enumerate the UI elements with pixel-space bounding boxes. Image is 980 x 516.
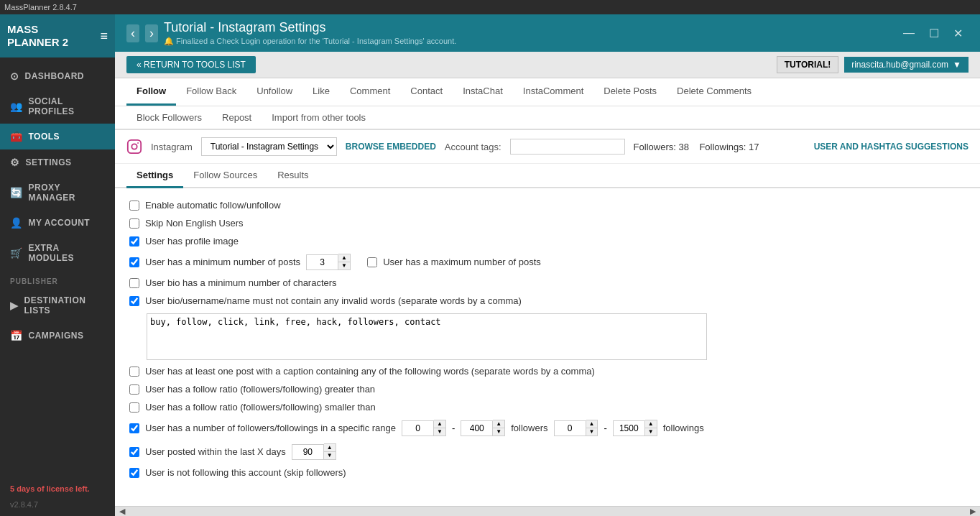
followings-min-input[interactable] — [554, 420, 586, 436]
followings-max-spinner-controls: ▲ ▼ — [645, 420, 657, 436]
user-has-profile-image-checkbox[interactable] — [129, 236, 139, 247]
followers-max-input[interactable] — [461, 420, 493, 436]
sub-tab-results[interactable]: Results — [267, 164, 318, 188]
account-select[interactable]: Tutorial - Instagram Settings — [201, 137, 337, 156]
tab-delete-comments[interactable]: Delete Comments — [667, 78, 762, 106]
tab-contact[interactable]: Contact — [400, 78, 453, 106]
followers-max-down-button[interactable]: ▼ — [493, 428, 504, 436]
header-title-area: Tutorial - Instagram Settings 🔔 Finalize… — [164, 20, 456, 46]
tab-follow-back[interactable]: Follow Back — [176, 78, 246, 106]
followings-max-up-button[interactable]: ▲ — [645, 420, 657, 428]
forward-nav-icon[interactable]: › — [145, 24, 158, 42]
tab-repost[interactable]: Repost — [212, 106, 262, 129]
user-at-least-one-post-checkbox[interactable] — [129, 367, 139, 377]
account-dropdown-button[interactable]: rinascita.hub@gmail.com ▼ — [844, 57, 969, 73]
user-max-posts-checkbox[interactable] — [367, 257, 377, 267]
minimize-button[interactable]: — — [897, 25, 920, 41]
back-nav-icon[interactable]: ‹ — [126, 24, 139, 42]
user-min-posts-down-button[interactable]: ▼ — [338, 262, 350, 269]
tab-instacomment[interactable]: InstaComment — [513, 78, 594, 106]
user-min-posts-up-button[interactable]: ▲ — [338, 254, 350, 262]
tab-delete-posts[interactable]: Delete Posts — [593, 78, 667, 106]
settings-content: Enable automatic follow/unfollow Skip No… — [115, 188, 980, 506]
user-bio-min-chars-checkbox[interactable] — [129, 278, 139, 288]
license-text: 5 days of license left. — [0, 477, 115, 500]
tab-follow[interactable]: Follow — [126, 78, 176, 106]
user-bio-invalid-words-checkbox[interactable] — [129, 296, 139, 306]
close-button[interactable]: ✕ — [948, 25, 969, 42]
followers-min-spinner-controls: ▲ ▼ — [434, 420, 446, 436]
user-min-posts-checkbox[interactable] — [129, 257, 139, 267]
sidebar-item-tools[interactable]: 🧰 TOOLS — [0, 124, 115, 149]
followings-max-input[interactable] — [613, 420, 645, 436]
scroll-left-arrow[interactable]: ◀ — [115, 507, 129, 516]
tab-like[interactable]: Like — [302, 78, 340, 106]
skip-non-english-checkbox[interactable] — [129, 218, 139, 229]
maximize-button[interactable]: ☐ — [923, 25, 945, 42]
sidebar-item-extra-modules[interactable]: 🛒 EXTRA MODULES — [0, 236, 115, 270]
sidebar-item-destination-lists[interactable]: ▶ DESTINATION LISTS — [0, 288, 115, 323]
tab-block-followers[interactable]: Block Followers — [126, 106, 212, 129]
svg-point-1 — [131, 144, 137, 149]
sidebar-item-dashboard[interactable]: ⊙ DASHBOARD — [0, 63, 115, 89]
followings-min-spinner-controls: ▲ ▼ — [586, 420, 598, 436]
user-follow-ratio-greater-checkbox[interactable] — [129, 384, 139, 395]
followers-min-up-button[interactable]: ▲ — [434, 420, 445, 428]
enable-auto-follow-checkbox[interactable] — [129, 201, 139, 211]
user-posted-days-down-button[interactable]: ▼ — [324, 452, 336, 459]
user-follow-ratio-smaller-checkbox[interactable] — [129, 402, 139, 413]
svg-rect-0 — [128, 140, 141, 153]
user-has-profile-image-row: User has profile image — [129, 236, 966, 247]
scroll-right-arrow[interactable]: ▶ — [966, 507, 980, 516]
account-icon: 👤 — [10, 217, 23, 229]
sidebar-item-proxy-manager[interactable]: 🔄 PROXY MANAGER — [0, 175, 115, 210]
followers-max-up-button[interactable]: ▲ — [493, 420, 504, 428]
user-min-posts-label: User has a minimum number of posts — [145, 257, 300, 267]
title-bar-text: MassPlanner 2.8.4.7 — [4, 3, 77, 11]
user-not-following-checkbox[interactable] — [129, 468, 139, 478]
followings-min-down-button[interactable]: ▼ — [586, 428, 598, 436]
user-posted-days-input[interactable] — [292, 444, 324, 460]
followers-max-spinner-controls: ▲ ▼ — [493, 420, 505, 436]
followings-min-up-button[interactable]: ▲ — [586, 420, 598, 428]
sidebar-logo-text: MASS PLANNER 2 — [7, 23, 68, 49]
user-min-posts-spinner-controls: ▲ ▼ — [338, 254, 351, 270]
user-max-posts-label: User has a maximum number of posts — [383, 257, 541, 267]
sub-tab-settings[interactable]: Settings — [126, 164, 183, 188]
tab-comment[interactable]: Comment — [340, 78, 400, 106]
user-posted-days-up-button[interactable]: ▲ — [324, 444, 336, 452]
header-subtitle: 🔔 Finalized a Check Login operation for … — [164, 37, 456, 46]
user-posted-last-x-days-label: User posted within the last X days — [145, 446, 286, 457]
sidebar-item-my-account[interactable]: 👤 MY ACCOUNT — [0, 210, 115, 236]
browse-embedded-button[interactable]: BROWSE EMBEDDED — [346, 142, 436, 152]
followers-min-input[interactable] — [402, 420, 434, 436]
dropdown-chevron-icon: ▼ — [953, 60, 961, 70]
sidebar-item-social-profiles[interactable]: 👥 SOCIAL PROFILES — [0, 89, 115, 124]
user-follow-ratio-smaller-row: User has a follow ratio (followers/follo… — [129, 402, 966, 413]
campaigns-icon: 📅 — [10, 330, 23, 341]
sidebar-item-settings[interactable]: ⚙ SETTINGS — [0, 149, 115, 175]
sub-tab-follow-sources[interactable]: Follow Sources — [183, 164, 267, 188]
user-followers-range-checkbox[interactable] — [129, 423, 139, 433]
user-min-posts-row: User has a minimum number of posts ▲ ▼ U… — [129, 254, 966, 270]
followings-max-down-button[interactable]: ▼ — [645, 428, 657, 436]
enable-auto-follow-row: Enable automatic follow/unfollow — [129, 200, 966, 211]
tutorial-button[interactable]: TUTORIAL! — [777, 56, 838, 73]
account-tags-input[interactable] — [510, 139, 625, 155]
tab-instachat[interactable]: InstaChat — [453, 78, 513, 106]
followers-info: Followers: 38 Followings: 17 — [634, 142, 759, 152]
return-to-tools-button[interactable]: « RETURN TO TOOLS LIST — [126, 56, 256, 73]
followers-min-down-button[interactable]: ▼ — [434, 428, 445, 436]
user-posted-last-x-days-checkbox[interactable] — [129, 447, 139, 457]
bottom-scrollbar[interactable]: ◀ ▶ — [115, 506, 980, 516]
tab-import-other-tools[interactable]: Import from other tools — [262, 106, 376, 129]
tab-unfollow[interactable]: Unfollow — [246, 78, 302, 106]
user-followers-range-label: User has a number of followers/following… — [145, 423, 396, 433]
hashtag-suggestions-button[interactable]: USER AND HASHTAG SUGGESTIONS — [814, 142, 969, 152]
user-min-posts-input[interactable] — [306, 254, 338, 270]
modules-icon: 🛒 — [10, 247, 23, 259]
sidebar-item-campaigns[interactable]: 📅 CAMPAIGNS — [0, 323, 115, 349]
hamburger-icon[interactable]: ≡ — [100, 29, 108, 44]
user-bio-invalid-words-textarea[interactable]: buy, follow, click, link, free, hack, fo… — [147, 313, 707, 360]
user-at-least-one-post-label: User has at least one post with a captio… — [145, 366, 595, 377]
